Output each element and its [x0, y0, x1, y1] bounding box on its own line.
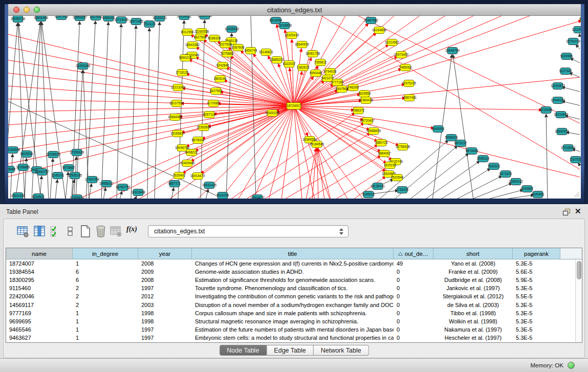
tab-node-table[interactable]: Node Table	[219, 345, 267, 356]
select-column-icon[interactable]	[32, 224, 47, 238]
network-canvas[interactable]: 2405572430691406115276321065325715276026…	[8, 16, 581, 199]
table-cell-short[interactable]: Hescheler et al. (1997)	[433, 335, 513, 341]
table-cell-name[interactable]: 14569117	[6, 302, 73, 308]
table-cell-name[interactable]: 18724007	[6, 260, 73, 267]
table-row[interactable]: 946554611997Estimation of the future num…	[6, 325, 582, 334]
column-header-short[interactable]: short	[433, 248, 513, 259]
window-titlebar[interactable]: citations_edges.txt	[8, 4, 581, 16]
table-cell-year[interactable]: 2008	[138, 260, 192, 267]
delete-column-trash-icon[interactable]	[94, 224, 108, 238]
table-cell-title[interactable]: Embryonic stem cells: a model to study s…	[192, 335, 394, 341]
table-cell-name[interactable]: 18300295	[6, 277, 73, 283]
table-cell-out_de[interactable]: 0	[394, 318, 433, 324]
table-options-icon[interactable]	[16, 224, 30, 238]
table-cell-pagerank[interactable]: 5.3E-5	[513, 335, 560, 341]
function-builder-icon[interactable]: f(x)	[126, 225, 144, 237]
table-cell-in_degree[interactable]: 6	[73, 269, 138, 275]
table-cell-out_de[interactable]: 49	[394, 260, 433, 267]
table-cell-year[interactable]: 1997	[138, 285, 192, 291]
table-row[interactable]: 969969511998Structural magnetic resonanc…	[6, 317, 582, 325]
table-cell-name[interactable]: 9115460	[6, 285, 73, 291]
table-cell-title[interactable]: Estimation of significance thresholds fo…	[192, 277, 394, 283]
table-cell-pagerank[interactable]: 5.6E-5	[513, 269, 560, 275]
column-header-in_degree[interactable]: in_degree	[73, 248, 138, 259]
table-header-row[interactable]: namein_degreeyeartitleout_de…shortpagera…	[6, 248, 582, 259]
table-cell-year[interactable]: 1998	[138, 310, 192, 316]
scrollbar-thumb[interactable]	[577, 261, 581, 279]
table-cell-in_degree[interactable]: 1	[73, 335, 138, 341]
table-cell-year[interactable]: 1997	[138, 326, 192, 333]
table-row[interactable]: 911546021997Tourette syndrome. Phenomeno…	[6, 284, 582, 292]
table-scrollbar[interactable]	[575, 259, 582, 342]
table-cell-name[interactable]: 19384554	[6, 269, 73, 275]
table-cell-year[interactable]: 1997	[138, 335, 192, 341]
panel-splitter[interactable]	[0, 204, 588, 207]
table-cell-in_degree[interactable]: 6	[73, 277, 138, 283]
table-cell-in_degree[interactable]: 2	[73, 285, 138, 291]
canvas-resize-grip[interactable]	[574, 192, 579, 197]
table-cell-short[interactable]: Stergiakouli et al. (2012)	[433, 293, 513, 299]
table-cell-short[interactable]: Nakamura et al. (1997)	[433, 326, 513, 333]
table-cell-title[interactable]: Estimation of the future numbers of pati…	[192, 326, 394, 333]
table-cell-out_de[interactable]: 0	[394, 293, 433, 299]
select-rows-check-icon[interactable]	[49, 224, 63, 238]
column-header-year[interactable]: year	[138, 248, 192, 259]
column-header-name[interactable]: name	[6, 248, 73, 259]
table-cell-title[interactable]: Disruption of a novel member of a sodium…	[192, 302, 394, 308]
table-cell-title[interactable]: Corpus callosum shape and size in male p…	[192, 310, 394, 316]
table-cell-year[interactable]: 1998	[138, 318, 192, 324]
table-cell-name[interactable]: 9699695	[6, 318, 73, 324]
table-cell-out_de[interactable]: 0	[394, 285, 433, 291]
table-cell-in_degree[interactable]: 1	[73, 326, 138, 333]
table-cell-out_de[interactable]: 0	[394, 277, 433, 283]
table-cell-in_degree[interactable]: 1	[73, 310, 138, 316]
table-cell-short[interactable]: Yano et al. (2008)	[433, 260, 513, 267]
table-cell-in_degree[interactable]: 2	[73, 293, 138, 299]
table-cell-in_degree[interactable]: 1	[73, 260, 138, 267]
table-cell-pagerank[interactable]: 5.3E-5	[513, 318, 560, 324]
table-cell-short[interactable]: Franke et al. (2009)	[433, 269, 513, 275]
table-cell-year[interactable]: 2003	[138, 302, 192, 308]
column-header-out_de[interactable]: out_de…	[394, 248, 433, 259]
table-cell-in_degree[interactable]: 1	[73, 318, 138, 324]
table-cell-out_de[interactable]: 0	[394, 302, 433, 308]
table-cell-name[interactable]: 22420046	[6, 293, 73, 299]
table-row[interactable]: 1456911722003Disruption of a novel membe…	[6, 300, 582, 309]
table-cell-pagerank[interactable]: 5.3E-5	[513, 310, 560, 316]
table-row[interactable]: 1938455462009Genome-wide association stu…	[6, 268, 582, 276]
network-graph[interactable]: 2405572430691406115276321065325715276026…	[8, 16, 581, 199]
table-row[interactable]: 2242004622012Investigating the contribut…	[6, 292, 582, 300]
table-cell-title[interactable]: Structural magnetic resonance image aver…	[192, 318, 394, 324]
table-cell-title[interactable]: Genome-wide association studies in ADHD.	[192, 269, 394, 275]
table-cell-pagerank[interactable]: 5.5E-5	[513, 293, 560, 299]
column-header-pagerank[interactable]: pagerank	[513, 248, 560, 259]
table-tabs[interactable]: Node TableEdge TableNetwork Table	[219, 345, 368, 356]
table-body[interactable]: 1872400712008Changes of HCN gene express…	[6, 259, 582, 342]
table-cell-short[interactable]: Tibbo et al. (1998)	[433, 310, 513, 316]
table-cell-pagerank[interactable]: 5.3E-5	[513, 326, 560, 333]
table-cell-pagerank[interactable]: 5.9E-5	[513, 277, 560, 283]
table-cell-short[interactable]: Wolkin et al. (1998)	[433, 318, 513, 324]
table-row[interactable]: 1830029562008Estimation of significance …	[6, 276, 582, 284]
table-cell-out_de[interactable]: 0	[394, 310, 433, 316]
tab-edge-table[interactable]: Edge Table	[267, 345, 313, 356]
table-cell-short[interactable]: Jankovic et al. (1997)	[433, 285, 513, 291]
table-cell-out_de[interactable]: 0	[394, 326, 433, 333]
table-cell-pagerank[interactable]: 5.3E-5	[513, 302, 560, 308]
node-table[interactable]: namein_degreeyeartitleout_de…shortpagera…	[6, 248, 582, 343]
table-row[interactable]: 977716911998Corpus callosum shape and si…	[6, 309, 582, 317]
table-cell-pagerank[interactable]: 5.3E-5	[513, 285, 560, 291]
table-row[interactable]: 1872400712008Changes of HCN gene express…	[6, 259, 582, 268]
close-panel-icon[interactable]: ✕	[575, 207, 581, 216]
table-cell-year[interactable]: 2008	[138, 277, 192, 283]
table-cell-short[interactable]: de Silva et al. (2003)	[433, 302, 513, 308]
tab-network-table[interactable]: Network Table	[314, 345, 369, 356]
column-header-title[interactable]: title	[192, 248, 394, 259]
table-cell-name[interactable]: 9777169	[6, 310, 73, 316]
rows-icon[interactable]	[63, 224, 77, 238]
table-cell-year[interactable]: 2012	[138, 293, 192, 299]
table-cell-in_degree[interactable]: 2	[73, 302, 138, 308]
table-cell-title[interactable]: Investigating the contribution of common…	[192, 293, 394, 299]
table-cell-short[interactable]: Dudbridge et al. (2008)	[433, 277, 513, 283]
table-cell-out_de[interactable]: 0	[394, 269, 433, 275]
